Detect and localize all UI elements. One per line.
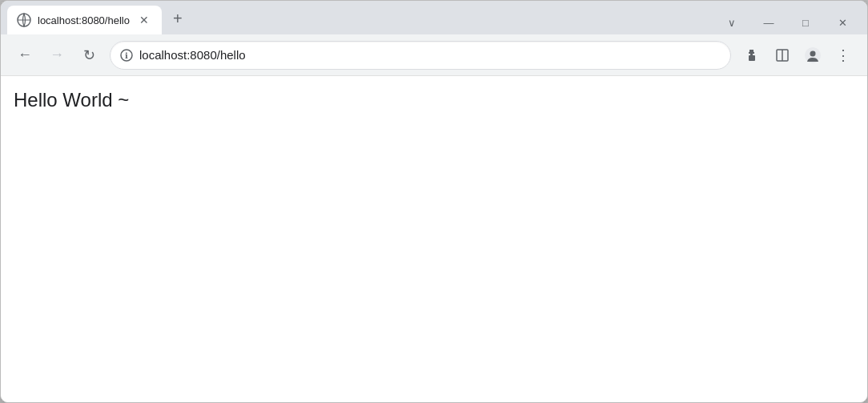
new-tab-button[interactable]: + [165,6,191,31]
active-tab[interactable]: localhost:8080/hello ✕ [7,6,162,34]
address-input[interactable] [139,48,721,62]
svg-text:ℹ: ℹ [125,51,128,60]
svg-rect-4 [749,55,755,61]
tab-title: localhost:8080/hello [38,14,130,26]
minimize-button[interactable]: — [750,10,787,34]
page-main-text: Hello World ~ [14,89,129,111]
window-controls: ∨ — □ ✕ [707,10,867,34]
lock-icon: ℹ [120,49,133,62]
more-button[interactable]: ⋮ [829,41,858,70]
extensions-button[interactable] [737,41,766,70]
split-screen-button[interactable] [768,41,797,70]
page-content: Hello World ~ [1,76,867,402]
maximize-button[interactable]: □ [787,10,824,34]
address-bar[interactable]: ℹ [110,41,731,70]
refresh-button[interactable]: ↻ [74,41,103,70]
tab-favicon-icon [17,13,31,27]
tab-list-button[interactable]: ∨ [713,10,750,34]
back-button[interactable]: ← [10,41,39,70]
forward-button[interactable]: → [42,41,71,70]
toolbar-icons: ⋮ [737,41,858,70]
profile-button[interactable] [798,41,827,70]
svg-point-8 [810,50,816,56]
toolbar: ← → ↻ ℹ [1,34,867,76]
browser-window: localhost:8080/hello ✕ + ∨ — □ ✕ ← → ↻ ℹ [0,0,868,403]
tabs-area: localhost:8080/hello ✕ + [1,6,707,34]
title-bar: localhost:8080/hello ✕ + ∨ — □ ✕ [1,1,867,34]
tab-close-button[interactable]: ✕ [136,12,152,28]
close-button[interactable]: ✕ [824,10,861,34]
